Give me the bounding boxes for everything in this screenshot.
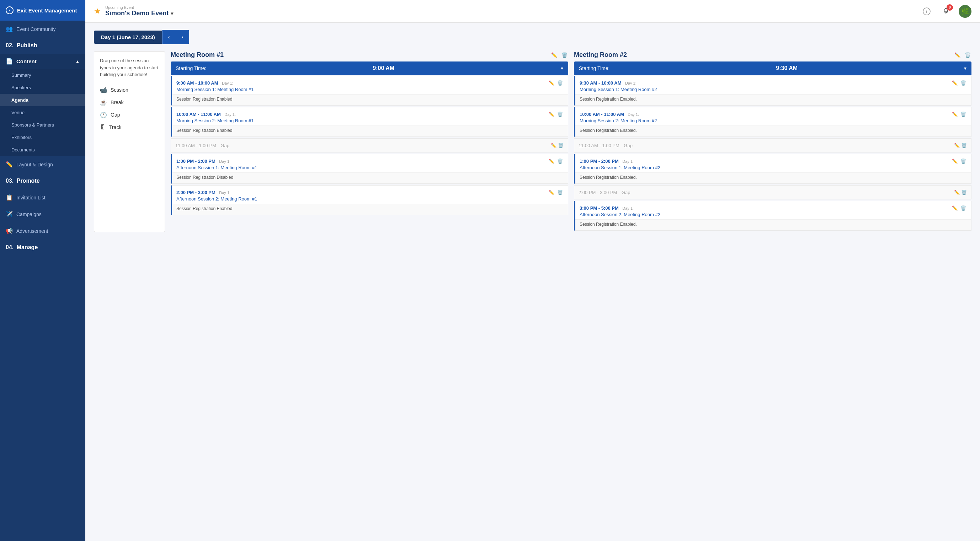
sidebar-item-documents[interactable]: Documents <box>0 144 85 156</box>
room-1-delete-button[interactable]: 🗑️ <box>561 52 568 59</box>
sidebar-item-exhibitors[interactable]: Exhibitors <box>0 131 85 144</box>
room-2-gap-2-label: Gap <box>622 190 630 195</box>
room-2-session-4-edit-button[interactable]: ✏️ <box>951 205 958 211</box>
room-1-session-2-name[interactable]: Morning Session 2: Meeting Room #1 <box>177 118 545 123</box>
room-1-session-3-delete-button[interactable]: 🗑️ <box>557 158 563 165</box>
topbar: ★ Upcoming Event Simon's Demo Event ▾ i <box>85 0 980 23</box>
notifications-button[interactable]: 8 <box>939 5 952 18</box>
session-type-track[interactable]: 🎛 Track <box>100 121 159 133</box>
sidebar-item-venue[interactable]: Venue <box>0 106 85 119</box>
room-1-session-3-edit-button[interactable]: ✏️ <box>548 158 555 165</box>
session-type-gap[interactable]: 🕐 Gap <box>100 109 159 121</box>
sidebar-item-layout-design[interactable]: ✏️ Layout & Design <box>0 156 85 173</box>
rooms-area: Meeting Room #1 ✏️ 🗑️ Starting Time: 9:0… <box>171 51 972 232</box>
room-1-edit-button[interactable]: ✏️ <box>550 52 558 59</box>
room-1-session-4: 2:00 PM - 3:00 PM Day 1: Afternoon Sessi… <box>171 185 568 215</box>
room-2-session-4-name[interactable]: Afternoon Session 2: Meeting Room #2 <box>580 212 948 217</box>
room-2-starting-time-dropdown[interactable]: ▾ <box>964 65 966 71</box>
room-1-session-2-delete-button[interactable]: 🗑️ <box>557 111 563 117</box>
publish-number: 02. Publish <box>0 37 85 54</box>
room-1-session-4-edit-button[interactable]: ✏️ <box>548 189 555 196</box>
room-1-session-1-name[interactable]: Morning Session 1: Meeting Room #1 <box>177 87 545 92</box>
campaigns-label: Campaigns <box>16 211 41 217</box>
layout-design-label: Layout & Design <box>16 162 53 167</box>
room-2-session-4-header: 3:00 PM - 5:00 PM Day 1: Afternoon Sessi… <box>575 201 971 219</box>
prev-day-button[interactable]: ‹ <box>162 30 176 44</box>
room-2-session-2-registration: Session Registration Enabled. <box>575 125 971 136</box>
room-1-session-1-edit-button[interactable]: ✏️ <box>548 79 555 86</box>
room-1-session-3-name[interactable]: Afternoon Session 1: Meeting Room #1 <box>177 165 545 170</box>
layout-icon: ✏️ <box>6 161 13 168</box>
room-2-starting-time-value: 9:30 AM <box>776 65 798 71</box>
session-type-break[interactable]: ☕ Break <box>100 96 159 109</box>
event-title[interactable]: Simon's Demo Event ▾ <box>105 10 173 17</box>
room-2-session-1-time-title: 9:30 AM - 10:00 AM Day 1: Morning Sessio… <box>580 79 948 92</box>
topbar-right: i 8 🌿 <box>920 5 972 18</box>
break-icon: ☕ <box>100 99 107 106</box>
room-1-session-1-delete-button[interactable]: 🗑️ <box>557 79 563 86</box>
room-1-session-2-time-title: 10:00 AM - 11:00 AM Day 1: Morning Sessi… <box>177 111 545 123</box>
room-1-session-2-edit-button[interactable]: ✏️ <box>548 111 555 117</box>
room-2-title: Meeting Room #2 <box>574 51 627 59</box>
notification-badge: 8 <box>947 4 953 11</box>
next-day-button[interactable]: › <box>176 30 189 44</box>
content-section-header[interactable]: 📄 Content ▲ <box>0 54 85 69</box>
room-1-gap-1-delete-button[interactable]: 🗑️ <box>558 143 563 148</box>
room-1-gap-1-edit-button[interactable]: ✏️ <box>551 143 557 148</box>
sidebar-item-campaigns[interactable]: ✈️ Campaigns <box>0 206 85 222</box>
info-button[interactable]: i <box>920 5 933 18</box>
room-2-delete-button[interactable]: 🗑️ <box>964 52 972 59</box>
room-1-session-1-registration: Session Registration Enabled <box>172 94 568 105</box>
room-2-session-3-delete-button[interactable]: 🗑️ <box>960 158 967 165</box>
room-2-session-4: 3:00 PM - 5:00 PM Day 1: Afternoon Sessi… <box>574 201 972 231</box>
exit-event-management-button[interactable]: ‹ Exit Event Management <box>0 0 85 21</box>
room-2-session-4-time: 3:00 PM - 5:00 PM <box>580 205 619 211</box>
room-2-session-3-edit-button[interactable]: ✏️ <box>951 158 958 165</box>
sidebar-item-event-community[interactable]: 👥 Event Community <box>0 21 85 37</box>
room-2-gap-1-edit-button[interactable]: ✏️ <box>954 143 960 148</box>
exit-label: Exit Event Management <box>17 8 77 14</box>
room-2-session-3-name[interactable]: Afternoon Session 1: Meeting Room #2 <box>580 165 948 170</box>
day-navigation: Day 1 (June 17, 2023) ‹ › <box>94 30 972 44</box>
room-1-session-1-time: 9:00 AM - 10:00 AM <box>177 80 218 86</box>
room-1-session-3-day-label: Day 1: <box>219 159 231 163</box>
room-2-session-1-edit-button[interactable]: ✏️ <box>951 79 958 86</box>
sidebar-item-agenda[interactable]: Agenda <box>0 94 85 106</box>
room-2-gap-2-time: 2:00 PM - 3:00 PM <box>579 190 617 195</box>
content-area: Day 1 (June 17, 2023) ‹ › Drag one of th… <box>85 23 980 541</box>
room-1-session-4-delete-button[interactable]: 🗑️ <box>557 189 563 196</box>
room-2-session-2-edit-button[interactable]: ✏️ <box>951 111 958 117</box>
room-1-starting-time-dropdown[interactable]: ▾ <box>561 65 563 71</box>
event-community-label: Event Community <box>16 26 56 32</box>
room-1-session-4-name[interactable]: Afternoon Session 2: Meeting Room #1 <box>177 196 545 201</box>
room-2-session-2-delete-button[interactable]: 🗑️ <box>960 111 967 117</box>
advertisement-icon: 📢 <box>6 227 13 234</box>
sidebar-item-invitation-list[interactable]: 📋 Invitation List <box>0 189 85 206</box>
sidebar-item-advertisement[interactable]: 📢 Advertisement <box>0 222 85 239</box>
sidebar-item-speakers[interactable]: Speakers <box>0 81 85 94</box>
room-1-session-2-day-label: Day 1: <box>224 112 236 117</box>
room-2-session-1-delete-button[interactable]: 🗑️ <box>960 79 967 86</box>
room-2-session-2-name[interactable]: Morning Session 2: Meeting Room #2 <box>580 118 948 123</box>
sidebar-item-summary[interactable]: Summary <box>0 69 85 81</box>
room-1-session-1-time-title: 9:00 AM - 10:00 AM Day 1: Morning Sessio… <box>177 79 545 92</box>
room-1-session-2-time: 10:00 AM - 11:00 AM <box>177 112 221 117</box>
room-2-gap-1-delete-button[interactable]: 🗑️ <box>961 143 967 148</box>
invitation-icon: 📋 <box>6 194 13 201</box>
session-types-panel: Drag one of the session types in your ag… <box>94 51 165 232</box>
star-icon: ★ <box>94 7 101 16</box>
room-2-session-4-delete-button[interactable]: 🗑️ <box>960 205 967 211</box>
session-type-session[interactable]: 📹 Session <box>100 84 159 96</box>
room-1-gap-1-label: Gap <box>221 143 229 148</box>
room-2-gap-2-delete-button[interactable]: 🗑️ <box>961 190 967 195</box>
room-1-session-1-header: 9:00 AM - 10:00 AM Day 1: Morning Sessio… <box>172 76 568 94</box>
room-2-session-1-name[interactable]: Morning Session 1: Meeting Room #2 <box>580 87 948 92</box>
room-1-session-4-time-title: 2:00 PM - 3:00 PM Day 1: Afternoon Sessi… <box>177 189 545 201</box>
room-2-header: Meeting Room #2 ✏️ 🗑️ <box>574 51 972 59</box>
room-2-gap-2-edit-button[interactable]: ✏️ <box>954 190 960 195</box>
room-2-session-1-header: 9:30 AM - 10:00 AM Day 1: Morning Sessio… <box>575 76 971 94</box>
users-icon: 👥 <box>6 25 13 32</box>
sidebar-item-sponsors-partners[interactable]: Sponsors & Partners <box>0 119 85 131</box>
user-avatar[interactable]: 🌿 <box>959 5 972 18</box>
room-2-edit-button[interactable]: ✏️ <box>954 52 961 59</box>
